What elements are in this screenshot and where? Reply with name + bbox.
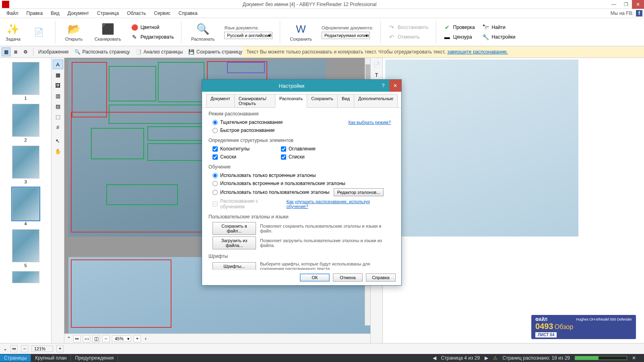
tool-text-area[interactable]: A <box>53 60 63 69</box>
chk-footnotes[interactable]: Сноски <box>213 154 269 160</box>
ribbon-save[interactable]: WСохранить <box>287 22 314 42</box>
ribbon-check[interactable]: ✔Проверка <box>444 23 475 32</box>
save-to-file-button[interactable]: Сохранить в файл... <box>213 222 256 235</box>
radio-fast[interactable]: Быстрое распознавание <box>213 127 275 134</box>
status-pages[interactable]: Страницы <box>0 354 31 362</box>
menu-area[interactable]: Область <box>123 9 150 17</box>
load-from-file-button[interactable]: Загрузить из файла... <box>213 237 256 249</box>
tab-view[interactable]: Вид <box>337 94 354 107</box>
menu-document[interactable]: Документ <box>64 9 93 17</box>
ribbon-new[interactable]: 📄 <box>30 25 48 39</box>
tool-table[interactable]: ▦ <box>53 70 63 80</box>
tool-barcode[interactable]: ▥ <box>53 91 63 101</box>
menu-page[interactable]: Страница <box>93 9 123 17</box>
thumb-5[interactable] <box>12 229 39 262</box>
btn-recognize-page[interactable]: 🔍Распознать страницу <box>74 49 130 55</box>
status-bar: Страницы Крупный план Предупреждения ◀ С… <box>0 354 644 362</box>
chk-headers[interactable]: Колонтитулы <box>213 146 269 152</box>
pattern-editor-button[interactable]: Редактор эталонов... <box>334 188 384 196</box>
menu-help[interactable]: Справка <box>175 9 202 17</box>
status-warnings[interactable]: Предупреждения <box>71 354 118 362</box>
minimize-button[interactable]: — <box>608 0 620 9</box>
nav-next-icon[interactable]: ▶ <box>485 355 488 361</box>
collapse-icon[interactable]: ⌄ <box>3 346 7 352</box>
close-button[interactable]: ✕ <box>632 0 644 9</box>
tab-image[interactable]: Изображение <box>38 49 69 55</box>
ribbon-edit[interactable]: ✎Редактировать <box>131 33 174 41</box>
fit-page-button[interactable]: ▭ <box>83 335 90 342</box>
nav-prev-icon[interactable]: ◀ <box>433 355 436 361</box>
thumb-2[interactable] <box>12 104 39 137</box>
chk-lists[interactable]: Списки <box>281 154 316 160</box>
menu-view[interactable]: Вид <box>47 9 64 17</box>
view-list-button[interactable]: ≣ <box>11 47 20 56</box>
fit-button[interactable]: ⇔ <box>10 345 18 352</box>
closeup-zoom[interactable]: 121% <box>31 346 53 352</box>
fonts-button[interactable]: Шрифты... <box>213 262 256 270</box>
status-closeup[interactable]: Крупный план <box>31 354 71 362</box>
tab-document[interactable]: Документ <box>206 94 235 107</box>
radio-both[interactable]: Использовать встроенные и пользовательск… <box>213 180 345 187</box>
zoom-in-button[interactable]: + <box>134 335 141 342</box>
maximize-button[interactable]: ❐ <box>620 0 632 9</box>
text-tool-1[interactable]: 📄 <box>372 60 382 69</box>
tab-recognize[interactable]: Распознать <box>275 94 307 108</box>
zoom-out-button[interactable]: − <box>102 335 109 342</box>
zoom-value[interactable]: 45% <box>112 335 131 342</box>
tool-pointer[interactable]: ↖ <box>53 136 63 146</box>
tab-additional[interactable]: Дополнительные <box>354 94 398 107</box>
format-select[interactable]: Редактируемая копия <box>322 32 370 39</box>
zoom-out-closeup[interactable]: − <box>21 345 28 352</box>
tab-scan-open[interactable]: Сканировать/Открыть <box>234 94 275 107</box>
zoom-in-closeup[interactable]: + <box>56 345 64 352</box>
dialog-titlebar[interactable]: Настройки ? ✕ <box>202 80 401 92</box>
tab-save[interactable]: Сохранить <box>307 94 338 107</box>
help-button[interactable]: Справка <box>366 274 396 282</box>
menu-service[interactable]: Сервис <box>150 9 175 17</box>
dialog-help-button[interactable]: ? <box>377 80 389 92</box>
dialog-close-button[interactable]: ✕ <box>389 80 401 92</box>
chk-toc[interactable]: Оглавление <box>281 146 316 152</box>
tool-order[interactable]: # <box>53 122 63 132</box>
menu-file[interactable]: Файл <box>2 9 23 17</box>
link-choose-mode[interactable]: Как выбрать режим? <box>348 120 391 125</box>
actual-size-button[interactable]: ◫ <box>93 335 100 342</box>
thumb-3[interactable] <box>12 146 39 179</box>
ribbon-settings[interactable]: 🔧Настройки <box>482 33 516 41</box>
ribbon-open[interactable]: 📂Открыть <box>63 22 85 42</box>
link-improve[interactable]: Как улучшить распознавание, используя об… <box>287 199 391 209</box>
thumb-4[interactable] <box>12 187 39 220</box>
ribbon-scan[interactable]: ⬛Сканировать <box>92 22 124 42</box>
collapse-up-icon[interactable]: ⌃ <box>67 336 71 341</box>
ribbon-task[interactable]: ✨Задача <box>3 22 23 42</box>
btn-analyze-page[interactable]: 📑Анализ страницы <box>136 49 183 55</box>
text-tool-2[interactable]: T <box>372 70 382 80</box>
view-settings-button[interactable]: ⚙ <box>21 47 30 56</box>
lang-select[interactable]: Русский и английский <box>224 32 272 39</box>
tool-hand[interactable]: ✋ <box>53 146 63 156</box>
tool-picture[interactable]: 🖼 <box>53 80 63 90</box>
btn-save-page[interactable]: 💾Сохранить страницу <box>188 49 242 55</box>
facebook-icon[interactable]: f <box>636 10 642 16</box>
text-canvas[interactable]: ФАЙЛ 0493 Обзор Hughes OH-6/Model 500 De… <box>383 58 644 343</box>
cancel-progress-icon[interactable]: ✕ <box>632 355 636 361</box>
cancel-button[interactable]: Отмена <box>333 274 363 282</box>
tool-eraser[interactable]: ⬚ <box>53 112 63 121</box>
ribbon-censor[interactable]: ▬Цензура <box>444 33 475 41</box>
ribbon-find[interactable]: 🔭Найти <box>482 23 516 32</box>
radio-thorough[interactable]: Тщательное распознавание <box>213 119 283 125</box>
radio-user[interactable]: Использовать только пользовательские эта… <box>213 189 330 195</box>
menu-edit[interactable]: Правка <box>23 9 47 17</box>
thumb-1[interactable] <box>12 62 39 95</box>
scroll-left-icon[interactable]: ‹ <box>145 336 147 341</box>
censor-icon: ▬ <box>444 33 451 41</box>
thumb-6[interactable] <box>12 271 39 283</box>
tool-background[interactable]: ▨ <box>53 101 63 111</box>
ok-button[interactable]: ОК <box>300 274 330 282</box>
ribbon-recognize[interactable]: 🔍Распознать <box>189 22 217 42</box>
banner-link[interactable]: завершите распознавание. <box>447 49 508 55</box>
ribbon-color[interactable]: 🔴Цветной <box>131 23 174 32</box>
fit-width-button[interactable]: ⇔ <box>73 335 80 342</box>
view-thumbs-button[interactable]: ▦ <box>2 47 10 56</box>
radio-builtin[interactable]: Использовать только встроенные эталоны <box>213 172 316 179</box>
